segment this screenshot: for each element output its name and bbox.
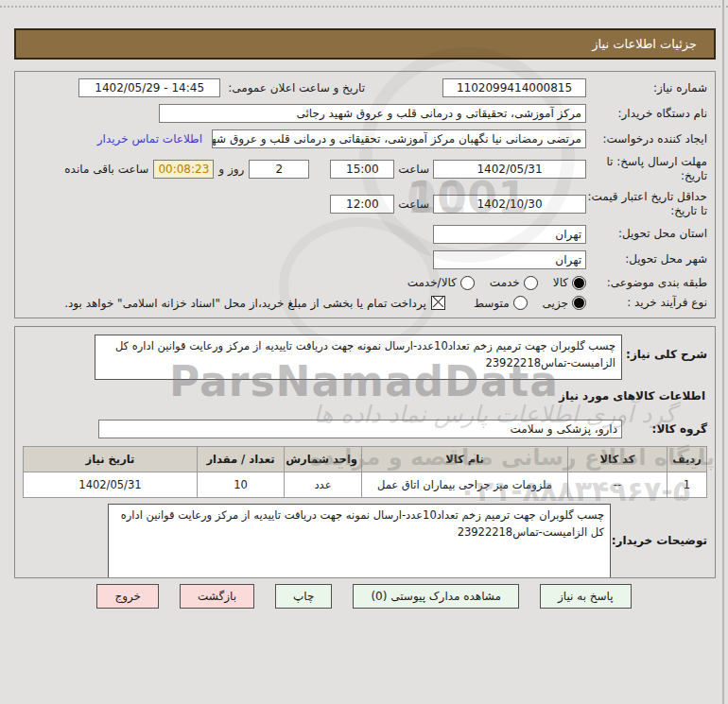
goods-group-field[interactable]: دارو، پزشکی و سلامت <box>98 420 622 438</box>
col-quantity: تعداد / مقدار <box>198 447 285 472</box>
cell-unit: عدد <box>285 472 362 498</box>
action-buttons: پاسخ به نیاز مشاهده مدارک پیوستی (0) چاپ… <box>0 584 728 609</box>
buyer-contact-link[interactable]: اطلاعات تماس خریدار <box>97 132 202 146</box>
classification-radio-goods-service[interactable] <box>460 276 475 290</box>
col-item-code: کد کالا <box>568 447 667 472</box>
validity-time-field[interactable]: 12:00 <box>330 195 394 214</box>
goods-group-label: گروه کالا: <box>622 422 707 436</box>
process-type-radio-medium[interactable] <box>513 296 528 310</box>
requester-label: ایجاد کننده درخواست: <box>586 132 707 146</box>
deadline-hour-label: ساعت <box>398 163 429 176</box>
city-label: شهر محل تحویل: <box>586 252 707 266</box>
need-number-field[interactable]: 1102099414000815 <box>442 78 586 97</box>
requester-field[interactable]: مرتضی رمضانی نیا نگهبان مرکز آموزشی، تحق… <box>212 129 586 148</box>
page-title: جزئیات اطلاعات نیاز <box>592 37 697 51</box>
need-description-field[interactable]: چسب گلوبران جهت ترمیم زخم تعداد10عدد-ارس… <box>95 335 622 380</box>
classification-option-goods-label: کالا <box>553 276 568 289</box>
col-row-number: ردیف <box>667 447 707 472</box>
goods-table-header-row: ردیف کد کالا نام کالا واحد شمارش تعداد /… <box>24 447 707 472</box>
print-button[interactable]: چاپ <box>275 584 332 609</box>
cell-item-name: ملزومات میز جراحی بیماران اتاق عمل <box>362 472 568 498</box>
need-number-row: شماره نیاز: 1102099414000815 تاریخ و ساع… <box>23 78 707 97</box>
process-type-label: نوع فرآیند خرید : <box>586 296 707 310</box>
goods-info-panel: شرح کلی نیاز: چسب گلوبران جهت ترمیم زخم … <box>14 326 716 578</box>
deadline-row: مهلت ارسال پاسخ: تا تاریخ: 1402/05/31 سا… <box>23 155 707 183</box>
page-title-bar: جزئیات اطلاعات نیاز <box>14 28 716 60</box>
buyer-notes-field[interactable]: چسب گلوبران جهت ترمیم زخم تعداد10عدد-ارس… <box>108 504 611 578</box>
treasury-checkbox-label: پرداخت تمام یا بخشی از مبلغ خرید،از محل … <box>64 297 426 310</box>
classification-option-service-label: خدمت <box>490 276 520 289</box>
province-label: استان محل تحویل: <box>586 227 707 241</box>
province-row: استان محل تحویل: تهران <box>23 225 707 244</box>
procurement-need-details-page: { "header": { "title": "جزئیات اطلاعات ن… <box>0 0 728 704</box>
cell-quantity: 10 <box>198 472 285 498</box>
col-item-name: نام کالا <box>362 447 568 472</box>
buyer-notes-row: توضیحات خریدار: چسب گلوبران جهت ترمیم زخ… <box>23 504 707 578</box>
need-description-label: شرح کلی نیاز: <box>622 348 707 361</box>
process-type-radio-partial[interactable] <box>572 296 586 310</box>
back-button[interactable]: بازگشت <box>180 584 254 609</box>
treasury-checkbox[interactable] <box>431 296 445 310</box>
announce-datetime-field[interactable]: 1402/05/29 - 14:45 <box>78 78 220 97</box>
goods-table-row: 1 -- ملزومات میز جراحی بیماران اتاق عمل … <box>24 472 707 498</box>
deadline-time-field[interactable]: 15:00 <box>330 160 394 179</box>
col-unit: واحد شمارش <box>285 447 362 472</box>
goods-section-title: اطلاعات کالاهای مورد نیاز <box>23 389 705 403</box>
cell-item-code: -- <box>568 472 667 498</box>
respond-to-need-button[interactable]: پاسخ به نیاز <box>540 584 632 609</box>
classification-radio-goods[interactable] <box>572 276 586 290</box>
need-info-panel: شماره نیاز: 1102099414000815 تاریخ و ساع… <box>14 71 716 318</box>
top-dotted-divider <box>0 6 728 8</box>
days-remaining-field[interactable]: 2 <box>249 160 309 179</box>
cell-need-date: 1402/05/31 <box>24 472 198 498</box>
goods-table: ردیف کد کالا نام کالا واحد شمارش تعداد /… <box>23 446 707 498</box>
process-type-option-medium-label: متوسط <box>474 297 510 310</box>
days-label: روز و <box>218 163 244 176</box>
province-field[interactable]: تهران <box>433 225 586 244</box>
buyer-notes-label: توضیحات خریدار: <box>611 534 707 547</box>
need-description-row: شرح کلی نیاز: چسب گلوبران جهت ترمیم زخم … <box>23 335 707 380</box>
col-need-date: تاریخ نیاز <box>24 447 198 472</box>
process-type-row: نوع فرآیند خرید : جزیی متوسط پرداخت تمام… <box>23 296 707 310</box>
announce-datetime-label: تاریخ و ساعت اعلان عمومی: <box>228 81 365 94</box>
price-validity-row: حداقل تاریخ اعتبار قیمت: تا تاریخ: 1402/… <box>23 190 707 218</box>
classification-radio-service[interactable] <box>524 276 538 290</box>
requester-row: ایجاد کننده درخواست: مرتضی رمضانی نیا نگ… <box>23 129 707 148</box>
buyer-org-label: نام دستگاه خریدار: <box>586 107 707 121</box>
validity-date-field[interactable]: 1402/10/30 <box>433 195 586 214</box>
city-field[interactable]: تهران <box>433 250 586 269</box>
classification-label: طبقه بندی موضوعی: <box>586 276 707 290</box>
goods-group-row: گروه کالا: دارو، پزشکی و سلامت <box>23 420 707 438</box>
classification-row: طبقه بندی موضوعی: کالا خدمت کالا/خدمت <box>23 276 707 290</box>
buyer-org-field[interactable]: مرکز آموزشی، تحقیقاتی و درمانی قلب و عرو… <box>159 104 586 123</box>
price-validity-label: حداقل تاریخ اعتبار قیمت: تا تاریخ: <box>586 190 707 218</box>
view-attached-docs-button[interactable]: مشاهده مدارک پیوستی (0) <box>353 584 519 609</box>
process-type-option-partial-label: جزیی <box>543 297 568 310</box>
buyer-org-row: نام دستگاه خریدار: مرکز آموزشی، تحقیقاتی… <box>23 104 707 123</box>
deadline-label: مهلت ارسال پاسخ: تا تاریخ: <box>586 155 707 183</box>
classification-option-goods-service-label: کالا/خدمت <box>407 276 457 289</box>
city-row: شهر محل تحویل: تهران <box>23 250 707 269</box>
deadline-date-field[interactable]: 1402/05/31 <box>433 160 586 179</box>
exit-button[interactable]: خروج <box>96 584 159 609</box>
cell-row-number: 1 <box>667 472 707 498</box>
hours-remaining-label: ساعت باقی مانده <box>64 163 148 176</box>
countdown-timer: 00:08:23 <box>153 160 214 179</box>
validity-hour-label: ساعت <box>398 197 429 211</box>
need-number-label: شماره نیاز: <box>586 81 707 95</box>
